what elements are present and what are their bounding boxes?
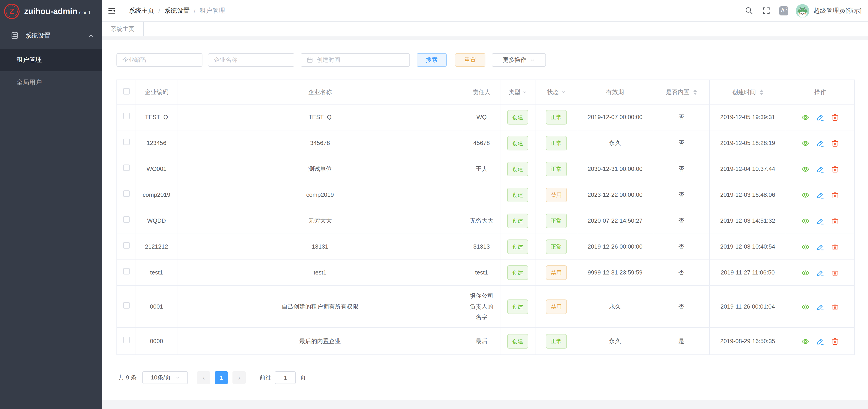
view-icon[interactable] (802, 192, 809, 199)
cell-validity: 9999-12-31 23:59:59 (577, 260, 653, 285)
delete-icon[interactable] (831, 303, 839, 311)
delete-icon[interactable] (831, 338, 839, 345)
edit-icon[interactable] (816, 269, 824, 277)
row-checkbox[interactable] (123, 242, 129, 249)
search-button[interactable]: 搜索 (417, 53, 447, 67)
page-size-select[interactable]: 10条/页 (143, 371, 188, 384)
cell-company-code: 0000 (136, 328, 177, 355)
page-number-1[interactable]: 1 (215, 371, 228, 384)
cell-company-name: test1 (177, 260, 463, 285)
button-label: 搜索 (426, 56, 438, 64)
logo-icon: Z (4, 4, 20, 19)
filter-caret-icon (523, 90, 527, 94)
cell-operations (786, 182, 855, 208)
prev-page-button[interactable]: ‹ (197, 371, 210, 384)
table-row: 123456 345678 45678 创建 正常 永久 否 2019-12-0… (117, 130, 855, 156)
cell-builtin: 否 (653, 182, 709, 208)
cell-created: 2019-11-26 00:01:04 (709, 285, 786, 328)
view-icon[interactable] (802, 140, 809, 147)
cell-builtin: 否 (653, 260, 709, 285)
company-name-input[interactable]: 企业名称 (208, 53, 294, 67)
sidebar-item-tenant-management[interactable]: 租户管理 (0, 48, 102, 71)
breadcrumb-item[interactable]: 系统设置 (164, 7, 190, 15)
edit-icon[interactable] (816, 114, 824, 122)
sidebar-section-system-settings[interactable]: 系统设置 (0, 23, 102, 48)
delete-icon[interactable] (831, 140, 839, 147)
view-icon[interactable] (802, 217, 809, 225)
type-badge: 创建 (507, 162, 528, 176)
delete-icon[interactable] (831, 243, 839, 251)
view-icon[interactable] (802, 243, 809, 251)
delete-icon[interactable] (831, 166, 839, 173)
view-icon[interactable] (802, 338, 809, 345)
row-checkbox[interactable] (123, 268, 129, 275)
row-checkbox[interactable] (123, 191, 129, 197)
button-label: 更多操作 (503, 56, 526, 64)
reset-button[interactable]: 重置 (455, 53, 486, 67)
status-badge: 正常 (546, 213, 567, 228)
cell-operations (786, 328, 855, 355)
row-checkbox[interactable] (123, 139, 129, 145)
delete-icon[interactable] (831, 114, 839, 122)
created-time-input[interactable]: 创建时间 (301, 53, 410, 67)
company-code-input[interactable]: 企业编码 (117, 53, 203, 67)
col-status[interactable]: 状态 (535, 80, 577, 104)
edit-icon[interactable] (816, 192, 824, 199)
more-actions-button[interactable]: 更多操作 (492, 53, 546, 67)
sidebar-item-global-users[interactable]: 全局用户 (0, 71, 102, 94)
search-icon[interactable] (745, 6, 753, 15)
edit-icon[interactable] (816, 140, 824, 147)
avatar[interactable] (796, 4, 809, 18)
edit-icon[interactable] (816, 303, 824, 311)
delete-icon[interactable] (831, 192, 839, 199)
page-size-value: 10条/页 (151, 374, 171, 382)
cell-owner: WQ (463, 104, 500, 130)
type-badge: 创建 (507, 239, 528, 254)
row-checkbox[interactable] (123, 113, 129, 119)
sidebar-section-label: 系统设置 (25, 32, 88, 40)
col-owner: 责任人 (463, 80, 500, 104)
user-name[interactable]: 超级管理员[演示] (813, 7, 862, 15)
status-badge: 正常 (546, 136, 567, 150)
cell-owner: test1 (463, 260, 500, 285)
header-select-all (117, 80, 136, 104)
table-row: WO001 测试单位 王大 创建 正常 2030-12-31 00:00:00 … (117, 156, 855, 182)
view-icon[interactable] (802, 303, 809, 311)
button-label: 重置 (464, 56, 476, 64)
cell-validity: 2019-12-07 00:00:00 (577, 104, 653, 130)
col-created[interactable]: 创建时间 (709, 80, 786, 104)
sidebar-collapse-icon[interactable] (102, 0, 122, 21)
row-checkbox[interactable] (123, 302, 129, 309)
delete-icon[interactable] (831, 217, 839, 225)
edit-icon[interactable] (816, 217, 824, 225)
goto-page-input[interactable] (275, 371, 296, 384)
tab-system-home[interactable]: 系统主页 (102, 22, 144, 36)
row-checkbox[interactable] (123, 337, 129, 343)
col-operations: 操作 (786, 80, 855, 104)
view-icon[interactable] (802, 269, 809, 277)
cell-company-code: WO001 (136, 156, 177, 182)
cell-validity: 2030-12-31 00:00:00 (577, 156, 653, 182)
fullscreen-icon[interactable] (762, 6, 771, 15)
cell-operations (786, 130, 855, 156)
edit-icon[interactable] (816, 243, 824, 251)
breadcrumb-item[interactable]: 系统主页 (129, 7, 154, 15)
chevron-down-icon (530, 58, 535, 63)
row-checkbox[interactable] (123, 216, 129, 223)
delete-icon[interactable] (831, 269, 839, 277)
view-icon[interactable] (802, 166, 809, 173)
cell-owner: 王大 (463, 156, 500, 182)
edit-icon[interactable] (816, 166, 824, 173)
select-all-checkbox[interactable] (123, 88, 129, 95)
col-builtin[interactable]: 是否内置 (653, 80, 709, 104)
edit-icon[interactable] (816, 338, 824, 345)
cell-company-name: 13131 (177, 234, 463, 260)
view-icon[interactable] (802, 114, 809, 122)
next-page-button[interactable]: › (233, 371, 246, 384)
col-type[interactable]: 类型 (500, 80, 535, 104)
table-body: TEST_Q TEST_Q WQ 创建 正常 2019-12-07 00:00:… (117, 104, 855, 355)
language-icon[interactable]: A文 (779, 6, 788, 15)
breadcrumb-separator: / (194, 7, 196, 14)
cell-created: 2019-12-05 19:39:31 (709, 104, 786, 130)
row-checkbox[interactable] (123, 165, 129, 171)
